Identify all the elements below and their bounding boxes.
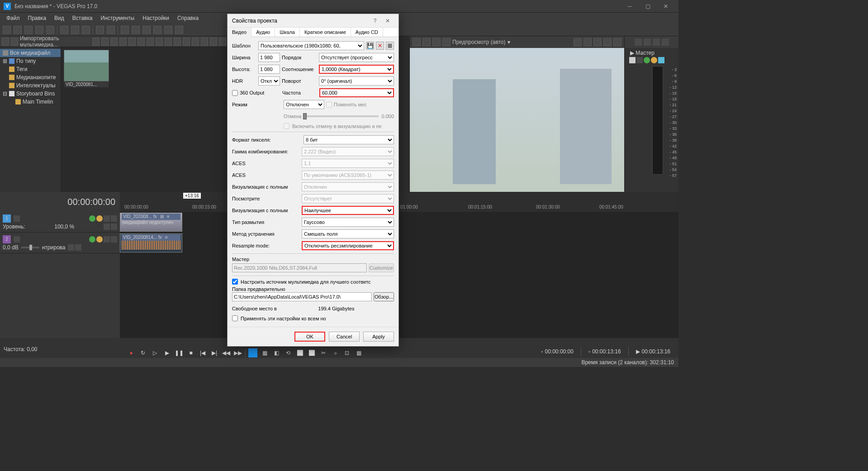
menu-insert[interactable]: Вставка xyxy=(69,14,96,22)
media-btn-icon[interactable] xyxy=(183,38,190,46)
menu-tools[interactable]: Инструменты xyxy=(97,14,138,22)
pixfmt-select[interactable]: 8 бит xyxy=(304,135,394,144)
tool-normal-icon[interactable] xyxy=(248,348,257,357)
fx-icon[interactable]: fx xyxy=(153,214,159,219)
master-output-icon[interactable] xyxy=(644,38,651,46)
preview-copy-icon[interactable] xyxy=(593,38,602,46)
cancel-button[interactable]: Cancel xyxy=(329,332,360,342)
go-start-button[interactable]: |◀ xyxy=(198,348,207,357)
media-btn-icon[interactable] xyxy=(174,38,181,46)
tree-storyboard[interactable]: ⊟ Storyboard Bins xyxy=(0,90,61,98)
tab-audio-cd[interactable]: Аудио CD xyxy=(351,28,383,37)
mute-icon[interactable] xyxy=(644,57,650,63)
marker-flag[interactable]: +13:16 xyxy=(183,193,201,199)
media-import-icon[interactable] xyxy=(11,38,18,46)
tab-description[interactable]: Краткое описание xyxy=(300,28,351,37)
media-btn-icon[interactable] xyxy=(192,38,199,46)
timecode-3[interactable]: ▶ 00:00:13:16 xyxy=(633,347,673,356)
preview-fx-icon[interactable] xyxy=(422,38,431,46)
toolbar-copy-icon[interactable] xyxy=(71,26,79,34)
track-icon[interactable] xyxy=(104,224,110,230)
tab-video[interactable]: Видео xyxy=(228,28,251,37)
automation-icon[interactable] xyxy=(111,215,117,222)
tree-tags[interactable]: Теги xyxy=(0,65,61,73)
toolbar-ripple-icon[interactable] xyxy=(132,26,140,34)
next-button[interactable]: ▶▶ xyxy=(233,348,242,357)
master-speaker-icon[interactable] xyxy=(653,38,660,46)
media-btn-icon[interactable] xyxy=(156,38,163,46)
preview-overlay-icon[interactable] xyxy=(574,38,582,46)
menu-icon[interactable]: ≡ xyxy=(167,214,172,219)
track-icon[interactable] xyxy=(111,224,117,230)
track-icon[interactable] xyxy=(75,244,81,251)
master-download-icon[interactable] xyxy=(662,38,669,46)
toolbar-undo-icon[interactable] xyxy=(96,26,104,34)
timeline-content[interactable]: VID_202008...fx⊞≡ (медиафайл недоступен … xyxy=(120,212,678,338)
loop-button[interactable]: ↻ xyxy=(138,348,147,357)
solo-icon[interactable] xyxy=(651,57,657,63)
expand-icon[interactable] xyxy=(14,236,20,243)
resample-select[interactable]: Отключить ресэмплирование xyxy=(302,241,394,250)
media-import-label[interactable]: Импортировать мультимедиа... xyxy=(20,35,89,48)
toolbar-open-icon[interactable] xyxy=(14,26,22,34)
height-input[interactable] xyxy=(258,65,280,74)
audio-track-header[interactable]: 2 0,0 dB нтрирова xyxy=(0,233,120,253)
media-filter-icon[interactable] xyxy=(110,38,118,46)
pan-icon[interactable]: ⊞ xyxy=(160,214,166,219)
match-media-icon[interactable]: ⊞ xyxy=(386,42,394,50)
tool-icon[interactable]: ⟐ xyxy=(331,348,340,357)
prev-button[interactable]: ◀◀ xyxy=(222,348,231,357)
tool-icon[interactable]: ▦ xyxy=(354,348,363,357)
toolbar-snap-icon[interactable] xyxy=(121,26,129,34)
preview-safe-icon[interactable] xyxy=(583,38,592,46)
toolbar-save-icon[interactable] xyxy=(24,26,33,34)
record-button[interactable]: ● xyxy=(127,348,136,357)
menu-icon[interactable]: ≡ xyxy=(165,235,171,240)
play-button[interactable]: ▶ xyxy=(162,348,172,358)
track-icon[interactable] xyxy=(68,244,74,251)
output-360-check[interactable] xyxy=(232,90,238,96)
video-clip[interactable]: VID_202008...fx⊞≡ (медиафайл недоступен xyxy=(120,213,182,232)
pause-button[interactable]: ❚❚ xyxy=(175,348,184,357)
minimize-button[interactable]: ─ xyxy=(621,0,639,13)
menu-settings[interactable]: Настройки xyxy=(139,14,173,22)
media-btn-icon[interactable] xyxy=(165,38,172,46)
adjust-source-check[interactable] xyxy=(232,279,238,285)
media-search-icon[interactable] xyxy=(128,38,136,46)
template-select[interactable]: Пользовательское (1980x1080; 60, xyxy=(258,41,364,50)
fx-icon[interactable]: fx xyxy=(629,57,636,63)
tree-storage[interactable]: Медианакопите xyxy=(0,73,61,81)
field-order-select[interactable]: Отсутствует (прогресс xyxy=(319,53,394,62)
toolbar-redo-icon[interactable] xyxy=(107,26,115,34)
volume-slider[interactable] xyxy=(21,247,39,248)
menu-view[interactable]: Вид xyxy=(51,14,68,22)
apply-all-check[interactable] xyxy=(232,315,238,321)
preview-btn-icon[interactable] xyxy=(613,38,621,46)
audio-clip[interactable]: VID_20200814...fx≡ xyxy=(120,233,182,252)
maximize-button[interactable]: ▢ xyxy=(639,0,657,13)
tool-icon[interactable]: ▦ xyxy=(260,348,269,357)
media-tag-icon[interactable] xyxy=(119,38,127,46)
toolbar-quantize-icon[interactable] xyxy=(153,26,161,34)
chevron-down-icon[interactable]: ▾ xyxy=(508,39,510,45)
media-btn-icon[interactable] xyxy=(210,38,217,46)
toolbar-cut-icon[interactable] xyxy=(60,26,68,34)
solo-icon[interactable] xyxy=(96,215,103,222)
video-track-header[interactable]: 1 Уровень: 100,0 % xyxy=(0,212,120,233)
save-template-icon[interactable]: 💾 xyxy=(366,42,374,50)
ok-button[interactable]: OK xyxy=(294,332,325,342)
aspect-ratio-select[interactable]: 1,0000 (Квадрат) xyxy=(319,65,394,74)
tool-icon[interactable]: ⬜ xyxy=(295,348,304,357)
db-value[interactable]: 0,0 dB xyxy=(3,244,19,251)
mode-select[interactable]: Отключен xyxy=(284,100,324,109)
solo-icon[interactable] xyxy=(96,236,103,243)
fx-icon[interactable] xyxy=(104,236,110,243)
hdr-select[interactable]: Откл xyxy=(258,76,280,86)
browse-button[interactable]: Обзор... xyxy=(374,292,394,301)
preview-device-icon[interactable] xyxy=(442,38,451,46)
width-input[interactable] xyxy=(258,53,280,62)
fx-icon[interactable]: fx xyxy=(158,235,164,240)
toolbar-autocross-icon[interactable] xyxy=(142,26,151,34)
dialog-close-button[interactable]: ✕ xyxy=(381,16,394,26)
tree-all-media[interactable]: Все медиафайл xyxy=(0,49,61,57)
